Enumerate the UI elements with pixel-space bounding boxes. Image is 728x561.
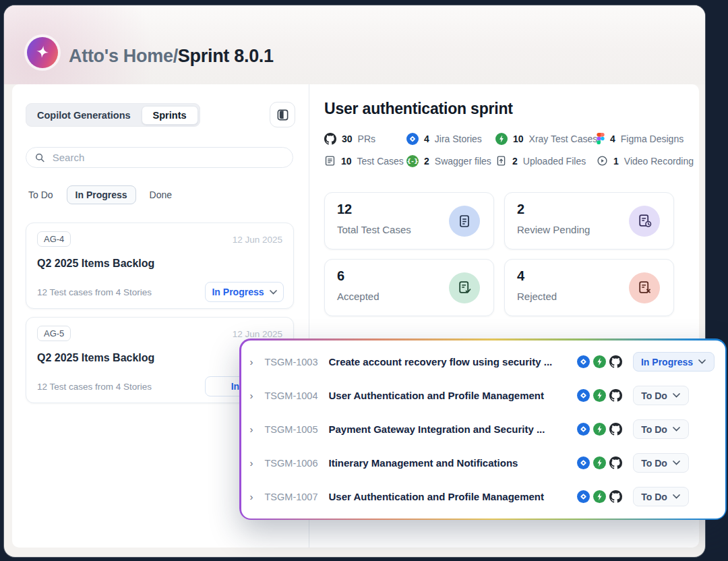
stat-label: Xray Test Cases	[529, 134, 598, 144]
stat-label: Swagger files	[435, 156, 491, 167]
search-input[interactable]	[53, 152, 284, 163]
expand-chevron-icon[interactable]: ›	[250, 491, 265, 502]
stories-overlay: › TSGM-1003 Create account recovery flow…	[239, 338, 727, 520]
card-review-pending: 2 Review Pending	[504, 192, 674, 249]
page-title: Atto's Home/Sprint 8.0.1	[69, 46, 274, 67]
test-cases-icon	[324, 155, 336, 167]
sprint-detail-title: User authentication sprint	[324, 100, 513, 118]
story-id: TSGM-1003	[265, 357, 329, 367]
github-icon	[609, 389, 622, 402]
video-recording-icon	[597, 155, 608, 167]
card-total-test-cases: 12 Total Test Cases	[324, 192, 494, 249]
stat-video-recording: 1 Video Recording	[597, 155, 694, 167]
figma-icon	[597, 133, 605, 144]
stat-count: 30	[342, 134, 353, 144]
github-icon	[609, 423, 622, 436]
story-source-icons	[577, 423, 622, 436]
story-id: TSGM-1007	[265, 492, 329, 502]
filter-done[interactable]: Done	[150, 189, 172, 200]
sprint-title: Q2 2025 Items Backlog	[37, 352, 154, 364]
summary-cards: 12 Total Test Cases 2	[324, 192, 674, 316]
story-row[interactable]: › TSGM-1005 Payment Gateway Integration …	[241, 413, 725, 446]
filter-in-progress[interactable]: In Progress	[67, 185, 136, 204]
stat-label: Video Recording	[624, 156, 694, 167]
document-clock-icon	[629, 206, 660, 237]
panel-toggle-button[interactable]	[270, 102, 295, 127]
chevron-down-icon	[673, 494, 680, 499]
sidebar-layout-icon	[276, 109, 289, 121]
story-status-dropdown[interactable]: To Do	[633, 386, 689, 405]
story-id: TSGM-1006	[265, 458, 329, 469]
stories-list: › TSGM-1003 Create account recovery flow…	[241, 341, 725, 519]
stat-count: 2	[424, 156, 429, 167]
document-check-icon	[449, 272, 480, 303]
stat-count: 4	[610, 134, 615, 144]
story-title: User Authentication and Profile Manageme…	[329, 390, 572, 401]
atto-logo	[27, 37, 58, 68]
stat-count: 10	[341, 156, 352, 167]
story-status-label: To Do	[641, 424, 667, 435]
sprint-date: 12 Jun 2025	[233, 329, 282, 339]
tab-sprints[interactable]: Sprints	[142, 106, 198, 125]
story-status-label: To Do	[641, 458, 667, 469]
sprint-status-dropdown[interactable]: In Progress	[205, 282, 284, 302]
xray-icon	[593, 490, 606, 503]
stat-count: 1	[613, 156, 619, 167]
app-header	[4, 5, 705, 84]
story-status-dropdown[interactable]: In Progress	[633, 352, 715, 372]
swagger-icon: {-}	[406, 155, 419, 167]
filter-todo[interactable]: To Do	[28, 189, 53, 200]
card-accepted: 6 Accepted	[324, 259, 494, 316]
expand-chevron-icon[interactable]: ›	[250, 457, 265, 469]
story-id: TSGM-1004	[265, 390, 329, 401]
breadcrumb[interactable]: Atto's Home/	[69, 46, 178, 66]
stat-uploaded-files: 2 Uploaded Files	[495, 155, 586, 167]
xray-icon	[593, 355, 606, 368]
sprint-id-badge: AG-4	[37, 231, 71, 247]
card-rejected: 4 Rejected	[504, 259, 674, 316]
story-status-dropdown[interactable]: To Do	[633, 487, 689, 506]
github-icon	[609, 490, 622, 503]
svg-text:{-}: {-}	[406, 157, 419, 165]
status-filters: To Do In Progress Done	[28, 185, 172, 204]
stat-xray-test-cases: 10 Xray Test Cases	[495, 133, 597, 145]
document-icon	[449, 206, 480, 237]
story-row[interactable]: › TSGM-1003 Create account recovery flow…	[241, 346, 725, 378]
current-page-title: Sprint 8.0.1	[178, 46, 274, 66]
search-bar	[26, 147, 293, 168]
expand-chevron-icon[interactable]: ›	[250, 423, 265, 435]
expand-chevron-icon[interactable]: ›	[250, 390, 265, 401]
sparkle-star-icon	[34, 44, 51, 61]
stat-figma-designs: 4 Figma Designs	[597, 133, 684, 144]
sprint-card-ag4[interactable]: AG-4 12 Jun 2025 Q2 2025 Items Backlog 1…	[26, 223, 294, 309]
sprint-id-badge: AG-5	[37, 326, 71, 341]
jira-icon	[406, 133, 419, 145]
story-status-label: To Do	[641, 492, 667, 502]
story-source-icons	[577, 355, 622, 368]
xray-icon	[593, 456, 606, 469]
story-status-dropdown[interactable]: To Do	[633, 453, 689, 473]
expand-chevron-icon[interactable]: ›	[250, 356, 265, 367]
chevron-down-icon	[673, 461, 680, 465]
story-source-icons	[577, 389, 622, 402]
story-id: TSGM-1005	[265, 424, 329, 435]
sprint-title: Q2 2025 Items Backlog	[37, 258, 154, 270]
stat-label: Jira Stories	[435, 134, 482, 144]
stat-label: PRs	[358, 134, 375, 144]
story-title: Itinerary Management and Notifications	[329, 457, 572, 469]
sprint-subtitle: 12 Test cases from 4 Stories	[37, 382, 152, 392]
story-row[interactable]: › TSGM-1007 User Authentication and Prof…	[241, 481, 725, 513]
chevron-down-icon	[673, 393, 680, 398]
jira-icon	[577, 490, 590, 503]
stat-jira-stories: 4 Jira Stories	[406, 133, 482, 145]
stat-prs: 30 PRs	[324, 133, 375, 145]
story-row[interactable]: › TSGM-1006 Itinerary Management and Not…	[241, 447, 725, 479]
story-row[interactable]: › TSGM-1004 User Authentication and Prof…	[241, 380, 725, 412]
xray-icon	[593, 389, 606, 402]
github-icon	[609, 456, 622, 469]
tab-copilot-generations[interactable]: Copilot Generations	[28, 106, 140, 125]
story-status-dropdown[interactable]: To Do	[633, 419, 689, 439]
jira-icon	[577, 355, 590, 368]
sprint-subtitle: 12 Test cases from 4 Stories	[37, 287, 152, 297]
sprint-date: 12 Jun 2025	[233, 235, 282, 245]
